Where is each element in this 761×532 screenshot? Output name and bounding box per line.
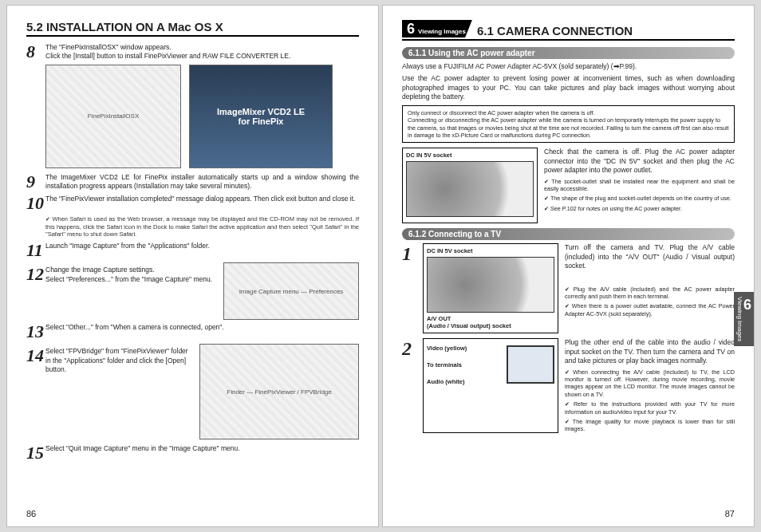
- note: See P.102 for notes on using the AC powe…: [544, 205, 682, 212]
- diagram-tv-1: 1 DC IN 5V socket A/V OUT (Audio / Visua…: [402, 243, 735, 333]
- ac-instruction: Check that the camera is off. Plug the A…: [544, 148, 735, 175]
- note: Plug the A/V cable (included) and the AC…: [565, 286, 735, 300]
- side-chapter-number: 6: [743, 297, 751, 313]
- diagram-number: 1: [402, 243, 416, 333]
- heading-right: 6 Viewing Images 6.1 CAMERA CONNECTION: [402, 20, 735, 41]
- step-number: 12: [26, 266, 45, 283]
- step-text: Change the Image Capture settings. Selec…: [45, 266, 215, 284]
- figure-row-8: FinePixInstallOSX ImageMixer VCD2 LE for…: [45, 65, 359, 168]
- figure-caption: FinePixInstallOSX: [46, 65, 180, 167]
- step-11: 11 Launch "Image Capture" from the "Appl…: [26, 242, 359, 259]
- label-video-yellow: Video (yellow): [427, 345, 503, 352]
- subheading-6-1-2: 6.1.2 Connecting to a TV: [402, 228, 735, 240]
- figure-imagemixer-splash: ImageMixer VCD2 LE for FinePix: [189, 65, 333, 168]
- note: When connecting the A/V cable (included)…: [565, 368, 735, 398]
- step-text: The "FinePixInstallOSX" window appears. …: [45, 43, 359, 61]
- chapter-number: 6: [407, 22, 415, 36]
- step-number: 8: [26, 43, 45, 61]
- diagram-box-ac: DC IN 5V socket: [402, 148, 538, 223]
- note: The shape of the plug and socket-outlet …: [544, 195, 731, 202]
- step-8: 8 The "FinePixInstallOSX" window appears…: [26, 43, 359, 61]
- step-9: 9 The ImageMixer VCD2 LE for FinePix ins…: [26, 173, 359, 191]
- page-number-right: 87: [725, 509, 735, 518]
- page-spread: 5.2 INSTALLATION ON A Mac OS X 8 The "Fi…: [0, 0, 761, 532]
- step-13: 13 Select "Other..." from "When a camera…: [26, 323, 359, 341]
- heading-text: 6.1 CAMERA CONNECTION: [477, 24, 633, 37]
- step-text: Select "FPVBridge" from "FinePixViewer" …: [45, 347, 191, 374]
- step-14: 14 Select "FPVBridge" from "FinePixViewe…: [26, 347, 191, 374]
- step-number: 13: [26, 323, 45, 341]
- label-dc-in: DC IN 5V socket: [406, 152, 534, 159]
- page-left: 5.2 INSTALLATION ON A Mac OS X 8 The "Fi…: [6, 5, 379, 527]
- step-number: 10: [26, 195, 45, 212]
- diagram-ac-adapter: DC IN 5V socket Check that the camera is…: [402, 148, 735, 223]
- figure-caption: ImageMixer VCD2 LE for FinePix: [190, 65, 332, 167]
- side-chapter-tab: 6 Viewing Images: [734, 292, 754, 346]
- page-right: 6 Viewing Images 6.1 CAMERA CONNECTION 6…: [382, 5, 755, 527]
- step-15: 15 Select "Quit Image Capture" menu in t…: [26, 444, 359, 462]
- label-av-out: A/V OUT (Audio / Visual output) socket: [427, 315, 554, 329]
- note: Refer to the instructions provided with …: [565, 400, 735, 415]
- step-text: The "FinePixViewer installation complete…: [45, 195, 359, 203]
- diagram-tv-2: 2 Video (yellow) To terminals Audio (whi…: [402, 338, 735, 432]
- step-number: 15: [26, 444, 45, 462]
- diagram-text-2: Plug the other end of the cable into the…: [565, 338, 735, 432]
- diagram-number: 2: [402, 338, 416, 432]
- label-to-terminals: To terminals: [427, 361, 503, 368]
- label-dc-in: DC IN 5V socket: [427, 247, 554, 254]
- step-text: Launch "Image Capture" from the "Applica…: [45, 242, 359, 250]
- tv-step1-text: Turn off the camera and TV. Plug the A/V…: [565, 243, 735, 270]
- intro-ac-2: Use the AC power adapter to prevent losi…: [402, 74, 735, 101]
- caution-callout: Only connect or disconnect the AC power …: [402, 105, 735, 143]
- figure-image-capture-menu: Image Capture menu — Preferences: [223, 262, 359, 320]
- step-12: 12 Change the Image Capture settings. Se…: [26, 266, 215, 284]
- note: When there is a power outlet available, …: [565, 302, 735, 317]
- step-10: 10 The "FinePixViewer installation compl…: [26, 195, 359, 212]
- diagram-text-ac: Check that the camera is off. Plug the A…: [544, 148, 735, 223]
- figure-caption: Finder — FinePixViewer / FPVBridge: [200, 345, 358, 439]
- step-number: 14: [26, 347, 45, 365]
- chapter-tab: 6 Viewing Images: [402, 20, 472, 37]
- step-text: The ImageMixer VCD2 LE for FinePix insta…: [45, 173, 359, 191]
- label-audio-white: Audio (white): [427, 378, 503, 385]
- camera-back-illustration: [427, 257, 554, 313]
- callout-text: Only connect or disconnect the AC power …: [408, 109, 729, 139]
- subheading-6-1-1: 6.1.1 Using the AC power adapter: [402, 47, 735, 59]
- diagram-box-camera: DC IN 5V socket A/V OUT (Audio / Visual …: [423, 243, 558, 333]
- tv-illustration: [507, 345, 554, 384]
- step-number: 9: [26, 173, 45, 191]
- diagram-text-1: Turn off the camera and TV. Plug the A/V…: [565, 243, 735, 333]
- figure-caption: Image Capture menu — Preferences: [224, 263, 358, 319]
- note: The socket-outlet shall be installed nea…: [544, 178, 735, 192]
- note-safari: When Safari is used as the Web browser, …: [45, 215, 359, 238]
- heading-left: 5.2 INSTALLATION ON A Mac OS X: [26, 20, 359, 37]
- note: The image quality for movie playback is …: [565, 418, 735, 432]
- tv-step2-text: Plug the other end of the cable into the…: [565, 338, 735, 365]
- camera-illustration: [406, 161, 534, 217]
- step-number: 11: [26, 242, 45, 259]
- chapter-text: Viewing Images: [418, 28, 466, 35]
- figure-installer-window: FinePixInstallOSX: [45, 65, 181, 168]
- figure-finder-fpvbridge: Finder — FinePixViewer / FPVBridge: [199, 344, 359, 439]
- step-text: Select "Quit Image Capture" menu in the …: [45, 444, 359, 453]
- intro-ac-1: Always use a FUJIFILM AC Power Adapter A…: [402, 62, 735, 71]
- side-chapter-text: Viewing Images: [736, 297, 743, 341]
- diagram-box-tv: Video (yellow) To terminals Audio (white…: [423, 338, 558, 432]
- step-text: Select "Other..." from "When a camera is…: [45, 323, 359, 332]
- page-number-left: 86: [26, 509, 36, 518]
